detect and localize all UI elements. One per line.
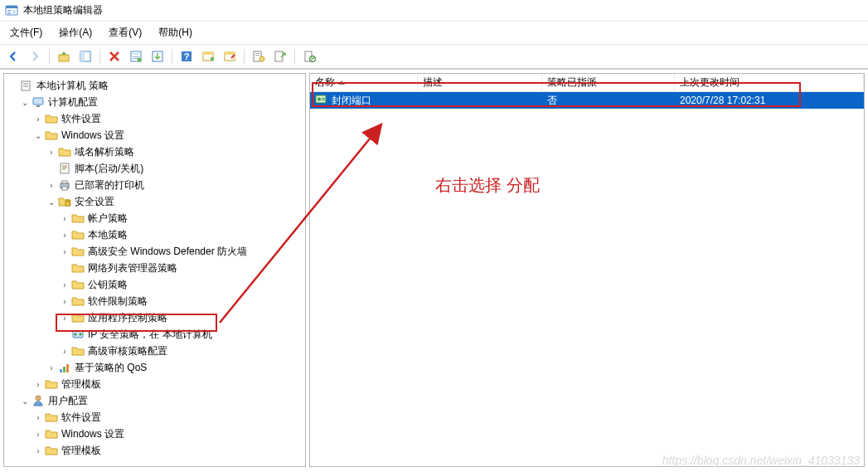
tree-scripts[interactable]: 脚本(启动/关机) <box>6 160 303 177</box>
svg-point-24 <box>259 56 264 61</box>
column-header-modified[interactable]: 上次更改时间 <box>675 73 864 92</box>
expand-icon[interactable]: › <box>59 247 70 256</box>
folder-icon <box>57 145 72 158</box>
svg-rect-28 <box>22 81 30 90</box>
expand-icon[interactable]: › <box>46 363 57 372</box>
tree-label: 软件设置 <box>59 111 104 127</box>
svg-rect-7 <box>80 51 85 61</box>
tree-audit-policy[interactable]: › 高级审核策略配置 <box>6 343 303 359</box>
up-button[interactable] <box>54 47 74 66</box>
tree-defender-firewall[interactable]: › 高级安全 Windows Defender 防火墙 <box>6 243 303 260</box>
assign-button[interactable] <box>270 47 290 66</box>
expand-icon[interactable]: › <box>59 280 70 290</box>
tree-user-config[interactable]: ⌄ 用户配置 <box>6 392 303 409</box>
expand-icon[interactable]: › <box>59 297 70 306</box>
column-header-assigned[interactable]: 策略已指派 <box>542 73 675 92</box>
show-hide-console-tree-button[interactable] <box>75 47 95 66</box>
list-row[interactable]: 封闭端口 否 2020/7/28 17:02:31 <box>310 92 864 109</box>
menubar: 文件(F) 操作(A) 查看(V) 帮助(H) <box>0 22 868 44</box>
forward-button[interactable] <box>25 47 45 66</box>
qos-icon <box>57 361 72 374</box>
expand-icon[interactable]: › <box>46 148 57 157</box>
menu-help[interactable]: 帮助(H) <box>152 23 199 42</box>
security-icon <box>57 195 72 208</box>
policy-tree[interactable]: 本地计算机 策略 ⌄ 计算机配置 › 软件设置 ⌄ Windows 设置 › 域 <box>6 77 303 459</box>
expand-icon[interactable]: › <box>59 231 70 240</box>
refresh-button[interactable] <box>299 47 319 66</box>
folder-icon <box>44 377 59 391</box>
column-header-name[interactable]: 名称 <box>310 73 418 92</box>
expand-icon[interactable]: › <box>59 347 70 356</box>
column-header-desc[interactable]: 描述 <box>418 73 542 92</box>
tree-windows-settings[interactable]: ⌄ Windows 设置 <box>6 127 303 144</box>
svg-rect-43 <box>63 367 65 372</box>
export-list-button[interactable] <box>148 47 167 66</box>
expand-icon[interactable]: ⌄ <box>19 397 31 406</box>
computer-icon <box>31 95 46 109</box>
expand-icon[interactable]: › <box>32 430 44 439</box>
tree-user-admin-templates[interactable]: › 管理模板 <box>6 442 303 459</box>
svg-rect-37 <box>62 187 67 190</box>
tree-ip-security[interactable]: IP 安全策略，在 本地计算机 <box>6 326 303 343</box>
svg-text:?: ? <box>184 51 190 61</box>
folder-icon <box>70 261 85 275</box>
tree-label: 管理模板 <box>59 443 104 459</box>
back-button[interactable] <box>3 47 23 66</box>
tree-pane[interactable]: 本地计算机 策略 ⌄ 计算机配置 › 软件设置 ⌄ Windows 设置 › 域 <box>3 73 306 467</box>
expand-icon[interactable]: › <box>46 181 57 190</box>
action-ipsec-2-button[interactable] <box>220 47 240 66</box>
toolbar-separator <box>244 49 245 64</box>
toolbar-separator <box>49 49 50 64</box>
expand-icon[interactable]: ⌄ <box>19 98 31 107</box>
tree-dns-policy[interactable]: › 域名解析策略 <box>6 144 303 160</box>
tree-app-control[interactable]: › 应用程序控制策略 <box>6 309 303 326</box>
tree-public-key[interactable]: › 公钥策略 <box>6 276 303 293</box>
tree-admin-templates[interactable]: › 管理模板 <box>6 376 303 392</box>
folder-icon <box>70 278 85 291</box>
tree-user-windows[interactable]: › Windows 设置 <box>6 426 303 442</box>
column-label: 名称 <box>315 75 335 90</box>
folder-icon <box>70 212 85 225</box>
menu-view[interactable]: 查看(V) <box>102 23 148 42</box>
tree-root[interactable]: 本地计算机 策略 <box>6 77 303 94</box>
tree-local-policy[interactable]: › 本地策略 <box>6 226 303 243</box>
tree-qos[interactable]: › 基于策略的 QoS <box>6 359 303 376</box>
expand-icon[interactable]: › <box>59 314 70 323</box>
manage-filter-button[interactable] <box>249 47 269 66</box>
expand-icon[interactable]: › <box>32 380 44 389</box>
tree-label: 安全设置 <box>72 194 117 210</box>
tree-computer-config[interactable]: ⌄ 计算机配置 <box>6 94 303 110</box>
toolbar: ? <box>0 44 868 69</box>
tree-label: 已部署的打印机 <box>72 178 147 193</box>
expand-icon[interactable]: › <box>32 413 44 422</box>
svg-rect-36 <box>62 181 67 183</box>
tree-label: Windows 设置 <box>59 128 127 144</box>
tree-network-list[interactable]: 网络列表管理器策略 <box>6 260 303 276</box>
help-button[interactable]: ? <box>177 47 196 66</box>
menu-action[interactable]: 操作(A) <box>52 23 99 42</box>
expand-icon[interactable]: › <box>32 446 44 455</box>
list-pane[interactable]: 名称 描述 策略已指派 上次更改时间 封闭端口 否 2020/7/28 17:0… <box>309 73 865 467</box>
tree-software-restriction[interactable]: › 软件限制策略 <box>6 293 303 309</box>
expand-icon[interactable]: ⌄ <box>32 131 44 140</box>
svg-rect-10 <box>133 56 139 57</box>
list-header: 名称 描述 策略已指派 上次更改时间 <box>310 74 864 92</box>
tree-software-settings[interactable]: › 软件设置 <box>6 110 303 127</box>
expand-icon[interactable]: › <box>32 114 44 124</box>
tree-user-software[interactable]: › 软件设置 <box>6 409 303 426</box>
svg-point-41 <box>80 333 82 336</box>
tree-deployed-printers[interactable]: › 已部署的打印机 <box>6 177 303 193</box>
tree-security-settings[interactable]: ⌄ 安全设置 <box>6 193 303 210</box>
tree-account-policy[interactable]: › 帐户策略 <box>6 210 303 226</box>
menu-file[interactable]: 文件(F) <box>3 23 49 42</box>
user-icon <box>31 394 46 407</box>
properties-button[interactable] <box>126 47 146 66</box>
expand-icon[interactable]: ⌄ <box>46 197 57 207</box>
svg-point-12 <box>138 58 142 62</box>
action-ipsec-1-button[interactable] <box>198 47 218 66</box>
expand-icon[interactable]: › <box>59 214 70 223</box>
tree-label: 软件设置 <box>59 410 104 426</box>
folder-icon <box>70 344 85 358</box>
delete-button[interactable] <box>104 47 124 66</box>
svg-rect-9 <box>133 53 139 55</box>
